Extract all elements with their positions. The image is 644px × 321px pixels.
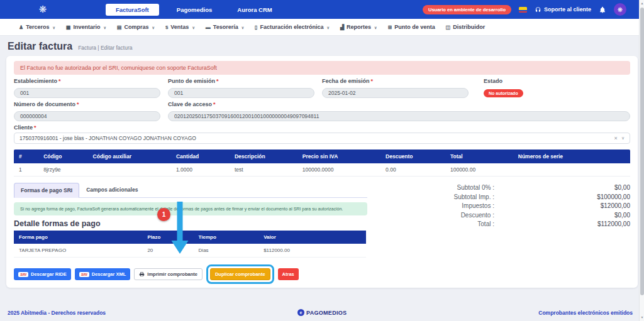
footer-link-comprobantes[interactable]: Comprobantes electrónicos emitidos bbox=[538, 310, 633, 316]
menu-compras[interactable]: ▤ Compras ∨ bbox=[117, 24, 155, 30]
payment-detail-heading: Detalle formas de pago bbox=[14, 219, 367, 228]
total-value: $0,00 bbox=[494, 211, 630, 220]
total-label: Impuestos : bbox=[462, 202, 494, 211]
menu-punto-de-venta[interactable]: ⊞ Punto de venta bbox=[388, 24, 435, 30]
status-badge: No autorizado bbox=[484, 89, 523, 97]
nav-tab-aurora-crm[interactable]: Aurora CRM bbox=[230, 4, 279, 16]
main-menu: ♟ Terceros ∨ ▦ Inventario ∨ ▤ Compras ∨ … bbox=[0, 19, 644, 36]
document-icon: ▯ bbox=[255, 24, 257, 30]
download-xml-button[interactable]: SRI Descargar XML bbox=[75, 268, 131, 280]
establecimiento-field bbox=[14, 88, 160, 98]
top-navbar: ❋ FacturaSoft Pagomedios Aurora CRM Usua… bbox=[0, 0, 644, 19]
total-value: $12000,00 bbox=[494, 202, 630, 211]
menu-tesoreria[interactable]: ▬ Tesorería ∨ bbox=[206, 24, 244, 30]
clave-acceso-field bbox=[168, 111, 630, 121]
totals-panel: Subtotal 0% :$0,00 Subtotal Imp. :$10000… bbox=[367, 182, 630, 284]
dollar-icon: $ bbox=[165, 24, 168, 30]
clave-acceso-label: Clave de acceso* bbox=[168, 101, 630, 107]
chart-icon: ▟ bbox=[340, 24, 344, 30]
user-avatar[interactable]: ❋ bbox=[614, 3, 626, 16]
menu-ventas[interactable]: $ Ventas ∨ bbox=[165, 24, 195, 30]
nav-tab-facturasoft[interactable]: FacturaSoft bbox=[106, 4, 159, 16]
punto-emision-label: Punto de emisión* bbox=[168, 78, 314, 84]
required-mark: * bbox=[213, 101, 216, 107]
scrollbar-thumb[interactable] bbox=[640, 8, 644, 295]
menu-facturacion-electronica[interactable]: ▯ Facturación electrónica ∨ bbox=[255, 24, 330, 30]
sri-error-alert: El Factura no fue autorizada por el SRI,… bbox=[14, 61, 630, 75]
headset-icon bbox=[535, 6, 541, 13]
sri-icon: SRI bbox=[79, 272, 89, 277]
tab-formas-de-pago-sri[interactable]: Formas de pago SRI bbox=[14, 183, 79, 198]
chevron-down-icon: ∨ bbox=[374, 25, 377, 30]
cliente-select[interactable]: 1750370916001 - jose blas - JONATHAN COY… bbox=[14, 133, 630, 144]
support-label: Soporte al cliente bbox=[544, 6, 591, 13]
chevron-down-icon: ∨ bbox=[242, 25, 244, 30]
flag-icon[interactable] bbox=[519, 7, 527, 13]
annotation-step-badge: 1 bbox=[157, 208, 170, 221]
total-value: $0,00 bbox=[494, 183, 630, 193]
required-mark: * bbox=[58, 78, 61, 84]
required-mark: * bbox=[371, 78, 374, 84]
required-mark: * bbox=[34, 124, 36, 131]
page-footer: 2025 Abitmedia - Derechos reservados e P… bbox=[8, 309, 633, 316]
people-icon: ◫ bbox=[446, 24, 451, 30]
action-buttons: SRI Descargar RIDE SRI Descargar XML Imp… bbox=[14, 264, 367, 284]
invoice-card: El Factura no fue autorizada por el SRI,… bbox=[6, 56, 638, 288]
cliente-value: 1750370916001 - jose blas - JONATHAN COY… bbox=[19, 135, 196, 141]
invoice-items-table: # Código Código auxiliar Cantidad Descri… bbox=[14, 150, 630, 177]
punto-emision-field bbox=[168, 88, 314, 98]
clear-icon[interactable]: × bbox=[614, 135, 618, 141]
support-link[interactable]: Soporte al cliente bbox=[535, 6, 591, 13]
back-button[interactable]: Atras bbox=[278, 268, 299, 280]
menu-reportes[interactable]: ▟ Reportes ∨ bbox=[340, 24, 377, 30]
payment-row: TARJETA PREPAGO 20 Dias $112000.00 bbox=[14, 244, 366, 258]
receipt-icon: ▤ bbox=[117, 24, 122, 30]
menu-terceros[interactable]: ♟ Terceros ∨ bbox=[19, 24, 55, 30]
brand-logo-icon: ❋ bbox=[35, 4, 50, 15]
tab-campos-adicionales[interactable]: Campos adicionales bbox=[79, 182, 145, 197]
scroll-down-icon[interactable]: ▼ bbox=[640, 315, 644, 319]
boxes-icon: ▦ bbox=[66, 24, 71, 30]
estado-label: Estado bbox=[484, 78, 630, 84]
print-receipt-button[interactable]: Imprimir comprobante bbox=[134, 268, 203, 280]
total-value: $112000,00 bbox=[494, 220, 630, 229]
chevron-down-icon: ∨ bbox=[152, 25, 155, 30]
page-title: Editar factura bbox=[8, 41, 72, 52]
copyright-text: 2025 Abitmedia - Derechos reservados bbox=[8, 310, 106, 316]
fecha-emision-label: Fecha de emisión* bbox=[322, 78, 469, 84]
menu-distribuidor[interactable]: ◫ Distribuidor bbox=[446, 24, 486, 30]
chevron-down-icon[interactable]: ∨ bbox=[621, 136, 625, 141]
app-switcher: FacturaSoft Pagomedios Aurora CRM bbox=[106, 4, 280, 16]
annotation-arrow-icon bbox=[170, 202, 189, 254]
fecha-emision-field bbox=[322, 88, 469, 98]
pagomedios-logo-icon: e bbox=[297, 309, 304, 316]
required-mark: * bbox=[77, 101, 79, 107]
duplicate-receipt-button[interactable]: Duplicar comprobante bbox=[210, 268, 270, 280]
environment-badge: Usuario en ambiente de desarrollo bbox=[423, 5, 511, 14]
scroll-up-icon[interactable]: ▲ bbox=[640, 1, 644, 5]
total-label: Subtotal 0% : bbox=[457, 183, 494, 193]
chevron-down-icon: ∨ bbox=[53, 25, 55, 30]
person-icon: ♟ bbox=[19, 24, 23, 30]
cart-icon: ⊞ bbox=[388, 24, 392, 30]
numero-documento-field bbox=[14, 111, 160, 121]
breadcrumb[interactable]: Factura | Editar factura bbox=[78, 45, 132, 51]
download-ride-button[interactable]: SRI Descargar RIDE bbox=[14, 268, 71, 280]
establecimiento-label: Establecimiento* bbox=[14, 78, 160, 84]
required-mark: * bbox=[216, 78, 219, 84]
nav-tab-pagomedios[interactable]: Pagomedios bbox=[169, 4, 220, 16]
bell-icon[interactable] bbox=[599, 6, 606, 14]
chevron-down-icon: ∨ bbox=[327, 25, 330, 30]
items-header-row: # Código Código auxiliar Cantidad Descri… bbox=[14, 150, 630, 163]
card-icon: ▬ bbox=[206, 24, 211, 30]
total-label: Descuento : bbox=[461, 211, 494, 220]
payment-table: Forma pago Plazo Tiempo Valor TARJETA PR… bbox=[14, 231, 366, 258]
avatar-logo-icon: ❋ bbox=[618, 6, 623, 13]
vertical-scrollbar[interactable]: ▲ ▼ bbox=[639, 0, 644, 321]
menu-inventario[interactable]: ▦ Inventario ∨ bbox=[66, 24, 106, 30]
chevron-down-icon: ∨ bbox=[104, 25, 106, 30]
total-value: $100000,00 bbox=[494, 193, 630, 202]
pagomedios-logo: e PAGOMEDIOS bbox=[297, 309, 347, 316]
table-row: 1 8jrzy9e 1.0000 test 100000.0000 0.00 1… bbox=[14, 163, 630, 177]
cliente-label: Cliente* bbox=[14, 124, 630, 131]
